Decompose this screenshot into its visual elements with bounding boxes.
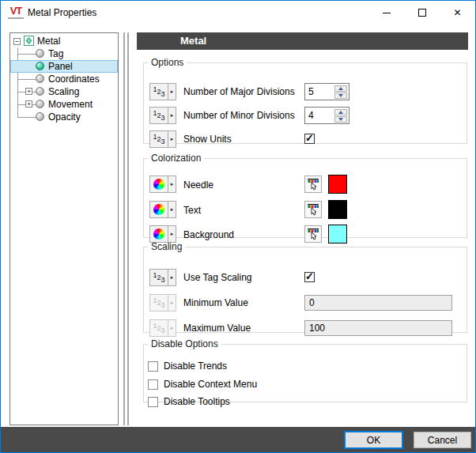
dropdown-arrow-icon[interactable]: ▸ (168, 107, 176, 124)
tree-item-label: Opacity (48, 111, 81, 123)
dropdown-arrow-icon: ▸ (168, 294, 176, 311)
scaling-group: Scaling 123 ▸ Use Tag Scaling 123 ▸ Mini… (143, 241, 467, 333)
splitter-handle[interactable] (127, 32, 129, 425)
major-divisions-spinner[interactable] (304, 83, 349, 100)
tree-item-opacity[interactable]: Opacity (10, 111, 118, 123)
spinner-down-button[interactable] (334, 92, 347, 99)
color-picker-icon (307, 203, 319, 216)
numeric-property-icon: 123 (149, 130, 168, 148)
background-binding-button[interactable]: ▸ (149, 225, 176, 243)
collapse-icon[interactable]: − (13, 38, 21, 45)
sphere-icon (36, 112, 44, 121)
sphere-icon (36, 87, 44, 96)
panel-header: Metal (137, 32, 468, 50)
color-wheel-icon (149, 176, 168, 193)
maximum-value-label: Maximum Value (183, 319, 251, 337)
text-color-swatch[interactable] (328, 200, 347, 219)
show-units-checkbox[interactable] (304, 134, 315, 144)
minor-divisions-binding-button[interactable]: 123 ▸ (149, 107, 176, 124)
tree-item-label: Coordinates (48, 73, 100, 85)
footer-bar: OK Cancel (1, 427, 475, 452)
tree-item-movement[interactable]: + Movement (10, 98, 118, 111)
numeric-property-icon: 123 (149, 269, 168, 286)
minor-divisions-label: Number of Minor Divisions (183, 107, 295, 124)
major-divisions-binding-button[interactable]: 123 ▸ (149, 83, 176, 100)
use-tag-scaling-checkbox[interactable] (304, 272, 315, 282)
color-wheel-icon (149, 201, 168, 218)
minimum-value-input (304, 295, 452, 311)
minimum-value-label: Minimum Value (183, 294, 248, 311)
disable-trends-checkbox[interactable] (148, 361, 158, 372)
show-units-binding-button[interactable]: 123 ▸ (149, 130, 176, 148)
dropdown-arrow-icon[interactable]: ▸ (168, 201, 176, 218)
tree-item-metal[interactable]: − Metal (10, 35, 118, 47)
expand-icon[interactable]: + (25, 88, 32, 95)
down-arrow-icon (338, 94, 343, 97)
major-divisions-label: Number of Major Divisions (183, 83, 295, 100)
tree-item-label: Metal (37, 35, 60, 47)
window-title: Metal Properties (28, 7, 96, 18)
expand-icon[interactable]: + (25, 100, 32, 108)
spinner-up-button[interactable] (334, 85, 347, 92)
options-legend: Options (148, 57, 187, 68)
scaling-legend: Scaling (148, 241, 185, 252)
cancel-button[interactable]: Cancel (414, 432, 471, 448)
show-units-label: Show Units (183, 130, 232, 148)
sphere-icon (36, 62, 44, 70)
metal-properties-dialog: VT Metal Properties ✕ − (0, 0, 476, 453)
tree-item-label: Panel (48, 60, 73, 73)
sphere-icon (36, 100, 44, 108)
ok-button[interactable]: OK (344, 431, 403, 449)
background-color-picker-button[interactable] (304, 225, 322, 243)
spinner-up-button[interactable] (334, 109, 347, 115)
minor-divisions-input[interactable] (308, 108, 332, 123)
needle-color-swatch[interactable] (328, 175, 347, 194)
colorization-legend: Colorization (148, 153, 204, 164)
needle-color-picker-button[interactable] (304, 176, 322, 193)
text-color-picker-button[interactable] (304, 201, 322, 218)
colorization-group: Colorization ▸ Needle ▸ Text (143, 153, 467, 238)
down-arrow-icon (338, 118, 343, 121)
text-binding-button[interactable]: ▸ (149, 201, 176, 218)
maximize-icon (418, 9, 426, 17)
text-label: Text (183, 201, 201, 220)
tree-item-scaling[interactable]: + Scaling (10, 85, 118, 98)
dropdown-arrow-icon[interactable]: ▸ (168, 130, 176, 148)
color-picker-icon (307, 228, 319, 240)
close-button[interactable]: ✕ (440, 1, 475, 25)
disable-tooltips-checkbox[interactable] (148, 397, 158, 407)
numeric-property-icon: 123 (149, 83, 168, 100)
dropdown-arrow-icon[interactable]: ▸ (168, 225, 176, 243)
color-picker-icon (307, 178, 319, 191)
up-arrow-icon (338, 87, 343, 90)
splitter-handle[interactable] (123, 32, 125, 425)
dropdown-arrow-icon[interactable]: ▸ (168, 269, 176, 286)
needle-binding-button[interactable]: ▸ (149, 176, 176, 193)
title-bar[interactable]: VT Metal Properties ✕ (1, 1, 475, 25)
maximize-button[interactable] (404, 1, 440, 25)
options-group: Options 123 ▸ Number of Major Divisions … (143, 57, 467, 144)
up-arrow-icon (338, 111, 343, 114)
major-divisions-input[interactable] (308, 84, 332, 100)
dropdown-arrow-icon[interactable]: ▸ (168, 176, 176, 193)
dropdown-arrow-icon: ▸ (168, 319, 176, 337)
tree-item-label: Tag (48, 47, 63, 60)
maximum-value-input (304, 320, 452, 336)
tree-item-label: Scaling (48, 85, 79, 98)
disable-trends-label: Disable Trends (164, 361, 227, 372)
minimize-button[interactable] (368, 1, 404, 25)
tree-item-panel[interactable]: Panel (10, 60, 118, 73)
minor-divisions-spinner[interactable] (304, 107, 349, 124)
use-tag-scaling-label: Use Tag Scaling (183, 269, 252, 286)
tree-item-coordinates[interactable]: Coordinates (10, 73, 118, 85)
sphere-icon (36, 74, 44, 83)
needle-label: Needle (183, 176, 213, 194)
use-tag-scaling-binding-button[interactable]: 123 ▸ (149, 269, 176, 286)
dropdown-arrow-icon[interactable]: ▸ (168, 83, 176, 100)
disable-context-menu-checkbox[interactable] (148, 379, 158, 390)
maximum-value-binding-button: 123 ▸ (149, 319, 176, 337)
disable-tooltips-label: Disable Tooltips (164, 396, 230, 408)
tree-item-label: Movement (48, 98, 93, 111)
tree-item-tag[interactable]: Tag (10, 47, 118, 60)
spinner-down-button[interactable] (334, 116, 347, 123)
